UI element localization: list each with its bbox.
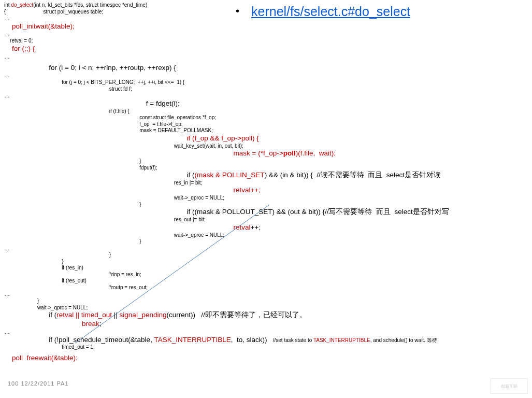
t: res_out |= bit; [4, 217, 527, 223]
t: retval++; [234, 186, 261, 194]
t: ; [99, 320, 102, 328]
footer-text: 100 12/22/2011 PA1 [8, 380, 69, 387]
t [4, 186, 234, 194]
t: … [4, 72, 527, 79]
t: struct fd f; [4, 86, 527, 93]
t: int [4, 2, 11, 8]
t [4, 134, 187, 142]
t: } [4, 259, 527, 265]
t: if ( [4, 311, 56, 319]
t: if (res_in) [4, 265, 527, 272]
t: wait->_qproc = NULL; [4, 232, 527, 239]
t: || [112, 311, 120, 319]
t: for (j = 0; j < BITS_PER_LONG; ++j, ++i,… [4, 79, 527, 86]
t: … [4, 245, 527, 252]
t: wait_key_set(wait, in, out, bit); [4, 143, 527, 150]
t: poll_initwait(&table); [4, 22, 527, 31]
t: … [4, 329, 527, 336]
t: wait->_qproc = NULL; [4, 305, 527, 311]
t: retval [234, 223, 251, 231]
t: (current)) //即不需要等待了，已经可以了。 [166, 311, 306, 319]
t: , to, slack)) [231, 336, 273, 344]
t: mask = (*f_op-> [234, 149, 283, 157]
t: ) && (in & bit)) { //读不需要等待 而且 select是否针… [265, 171, 441, 179]
code-block: int do_select(int n, fd_set_bits *fds, s… [4, 2, 527, 363]
t: { struct poll_wqueues table; [4, 9, 527, 16]
t: … [4, 92, 527, 100]
t: } [4, 238, 527, 245]
t: retval = 0; [4, 38, 527, 45]
t: , and schedule() to wait. 等待 [370, 337, 437, 343]
t: timed_out = 1; [4, 344, 527, 351]
t: fdput(f); [4, 165, 527, 172]
t: if (f_op && f_op->poll) { [187, 134, 259, 142]
t: … [4, 15, 527, 22]
t: if (res_out) [4, 278, 527, 285]
t [4, 223, 234, 231]
t: (mask & POLLIN_SET [195, 171, 265, 179]
t: *routp = res_out; [4, 285, 527, 291]
t: )(f.file, wait); [296, 149, 336, 157]
t: for (;;) { [4, 45, 527, 53]
t: mask = DEFAULT_POLLMASK; [4, 127, 527, 134]
t: //set task state to [273, 337, 313, 343]
t: poll freewait(&table): [4, 354, 527, 363]
t: … [4, 31, 527, 38]
t: } [4, 298, 527, 305]
t: ++; [251, 223, 261, 231]
t: retval || timed_out [56, 311, 112, 319]
t: … [4, 53, 527, 61]
slide: • kernel/fs/select.c#do_select int do_se… [0, 0, 532, 398]
t: res_in |= bit; [4, 180, 527, 187]
t: if (!poll_schedule_timeout(&table, [4, 336, 154, 344]
t: for (i = 0; i < n; ++rinp, ++routp, ++re… [4, 64, 527, 73]
watermark-logo: 创新互联 [491, 378, 528, 394]
t: } [4, 158, 527, 165]
t: wait->_qproc = NULL; [4, 195, 527, 202]
t: } [4, 252, 527, 259]
t: TASK_INTERRUPTIBLE [154, 336, 231, 344]
t: f_op = f.file->f_op; [4, 121, 527, 128]
t: TASK_INTERRUPTIBLE [313, 337, 370, 343]
t: signal_pending [120, 311, 167, 319]
t: (int n, fd_set_bits *fds, struct timespe… [33, 2, 147, 8]
t: if (f.file) { [4, 108, 527, 115]
t: if ( [4, 171, 195, 179]
t: } [4, 202, 527, 208]
t: f = fdget(i); [4, 100, 527, 108]
t: *rinp = res_in; [4, 272, 527, 278]
t: const struct file_operations *f_op; [4, 115, 527, 121]
t [4, 149, 234, 157]
t: … [4, 291, 527, 298]
t: poll [283, 149, 296, 157]
t: do_select [11, 2, 33, 8]
t: break [4, 320, 99, 328]
t: if ((mask & POLLOUT_SET) && (out & bit))… [4, 208, 527, 217]
